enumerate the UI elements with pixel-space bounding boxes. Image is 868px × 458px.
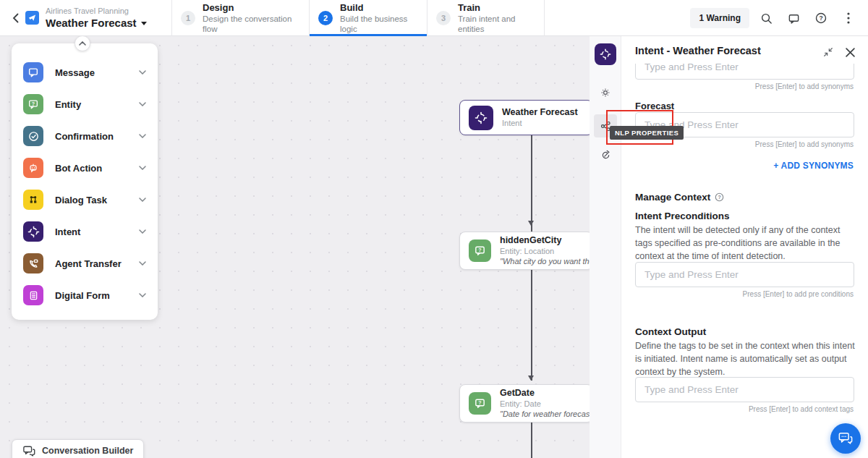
chevron-down-icon: [139, 229, 146, 234]
chat-preview-button[interactable]: [830, 423, 861, 454]
message-icon: [23, 62, 43, 82]
node-subtitle: Entity: Date: [500, 399, 593, 409]
node-getdate[interactable]: ? GetDate Entity: Date "Date for weather…: [459, 384, 593, 423]
chat-bubbles-icon: [22, 445, 35, 457]
chevron-down-icon: [139, 102, 146, 106]
comment-icon: [788, 12, 800, 25]
step-description: Build the business logic: [340, 14, 417, 34]
node-prompt: "What city do you want the we...": [500, 256, 593, 266]
palette-item-entity[interactable]: ? Entity: [12, 88, 158, 120]
close-panel-button[interactable]: [843, 46, 856, 59]
nlp-properties-tooltip: NLP PROPERTIES: [610, 126, 684, 140]
palette-item-intent[interactable]: Intent: [12, 216, 158, 247]
info-icon[interactable]: ?: [715, 192, 724, 202]
back-button[interactable]: [7, 10, 23, 26]
entity-icon: ?: [469, 392, 491, 415]
palette-item-confirmation[interactable]: Confirmation: [12, 120, 158, 152]
more-options-button[interactable]: [838, 7, 859, 29]
node-weather-forecast[interactable]: Weather Forecast Intent: [459, 100, 593, 135]
collapse-icon: [823, 47, 833, 57]
step-label: Build: [340, 2, 417, 14]
preconditions-input[interactable]: [635, 262, 854, 287]
flow-canvas[interactable]: Weather Forecast Intent ? hiddenGetCity …: [0, 36, 622, 458]
close-icon: [846, 48, 855, 57]
entity-icon: ?: [23, 94, 43, 114]
chevron-down-icon: [139, 293, 146, 297]
palette-item-dialog-task[interactable]: Dialog Task: [12, 184, 158, 216]
gear-icon: [600, 87, 611, 98]
search-button[interactable]: [755, 7, 777, 29]
preconditions-description: The intent will be detected only if any …: [635, 224, 856, 263]
selected-node-intent-icon: [595, 43, 616, 65]
palette-item-agent-transfer[interactable]: Agent Transfer: [12, 247, 158, 279]
connections-button[interactable]: [594, 143, 617, 166]
forecast-field-label: Forecast: [635, 101, 674, 111]
help-button[interactable]: ?: [810, 7, 832, 29]
step-train[interactable]: 3 Train Train intent and entities: [427, 0, 545, 36]
connector-line: [531, 270, 532, 381]
chevron-up-icon: [79, 41, 86, 46]
agent-transfer-icon: [23, 253, 43, 273]
palette-collapse-button[interactable]: [75, 35, 90, 51]
context-output-title: Context Output: [635, 326, 706, 337]
step-number: 3: [436, 11, 451, 25]
intent-icon: [23, 221, 43, 242]
node-tools-rail: [590, 36, 621, 458]
warnings-button[interactable]: 1 Warning: [690, 8, 749, 28]
chat-icon: [838, 431, 854, 446]
connections-icon: [600, 150, 611, 161]
palette-item-label: Entity: [55, 99, 139, 110]
bot-name: Airlines Travel Planning: [46, 6, 147, 16]
help-icon: ?: [814, 12, 827, 25]
node-title: Weather Forecast: [502, 107, 578, 118]
node-prompt: "Date for weather forecast": [500, 409, 593, 419]
svg-text:?: ?: [718, 195, 721, 200]
caret-down-icon: [141, 22, 147, 25]
chevron-down-icon: [139, 166, 146, 170]
node-subtitle: Intent: [502, 118, 578, 128]
app-icon: [25, 11, 39, 25]
step-number: 1: [181, 11, 195, 25]
palette-item-label: Digital Form: [55, 290, 139, 301]
step-design[interactable]: 1 Design Design the conversation flow: [171, 0, 309, 36]
panel-title: Intent - Weather Forecast: [635, 45, 761, 56]
svg-text:?: ?: [32, 101, 35, 107]
comments-button[interactable]: [783, 7, 804, 29]
connector-arrow: [528, 221, 534, 226]
palette-item-digital-form[interactable]: Digital Form: [12, 279, 158, 311]
node-title: hiddenGetCity: [500, 235, 593, 246]
palette-item-label: Bot Action: [55, 163, 139, 174]
preconditions-title: Intent Preconditions: [635, 211, 730, 221]
chevron-down-icon: [139, 261, 146, 266]
palette-item-label: Confirmation: [55, 131, 139, 142]
task-name-dropdown[interactable]: Weather Forecast: [46, 16, 147, 30]
dialog-task-icon: [23, 190, 43, 210]
intent-properties-panel: Intent - Weather Forecast Press [Enter] …: [621, 36, 868, 458]
component-properties-button[interactable]: [594, 81, 617, 104]
chevron-down-icon: [139, 134, 146, 138]
kebab-menu-icon: [847, 12, 850, 24]
palette-item-message[interactable]: Message: [12, 56, 158, 88]
node-title: GetDate: [500, 388, 593, 399]
search-icon: [760, 12, 773, 25]
synonyms-helper-text: Press [Enter] to add synonyms: [755, 82, 854, 90]
palette-item-bot-action[interactable]: Bot Action: [12, 152, 158, 184]
top-bar: Airlines Travel Planning Weather Forecas…: [0, 0, 868, 36]
chevron-down-icon: [139, 70, 146, 75]
context-output-helper-text: Press [Enter] to add context tags: [749, 405, 854, 413]
step-build[interactable]: 2 Build Build the business logic: [309, 0, 427, 36]
intent-icon: [469, 106, 493, 130]
active-step-underline: [310, 34, 427, 36]
node-hiddengetcity[interactable]: ? hiddenGetCity Entity: Location "What c…: [459, 232, 593, 270]
palette-item-label: Message: [55, 67, 139, 78]
collapse-panel-button[interactable]: [822, 46, 835, 59]
entity-icon: ?: [469, 239, 491, 262]
chevron-left-icon: [12, 13, 19, 23]
manage-context-title: Manage Context ?: [635, 192, 724, 203]
svg-text:?: ?: [478, 400, 481, 406]
node-palette: Message ? Entity Confirmation Bot Action: [12, 43, 158, 320]
context-output-input[interactable]: [635, 377, 854, 402]
conversation-builder-badge[interactable]: Conversation Builder: [12, 439, 144, 458]
task-name: Weather Forecast: [46, 16, 137, 30]
add-synonyms-link[interactable]: + ADD SYNONYMS: [773, 161, 854, 171]
